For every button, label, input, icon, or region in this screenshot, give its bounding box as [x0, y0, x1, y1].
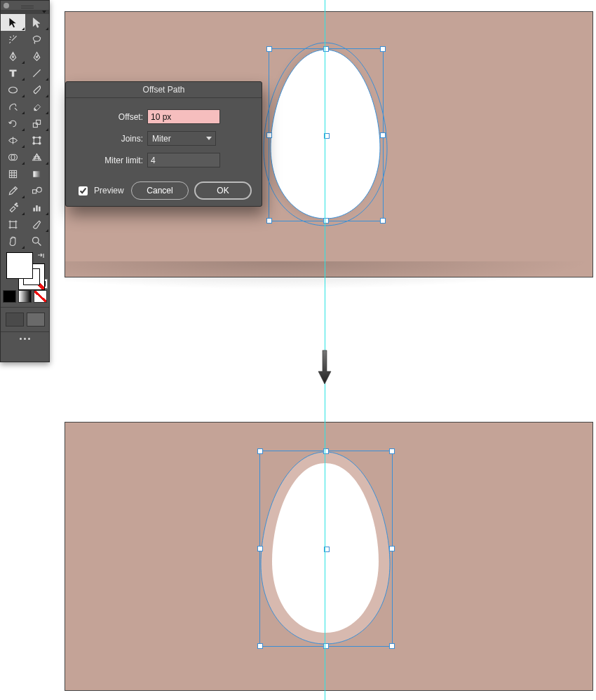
- svg-rect-15: [34, 171, 41, 177]
- magic-wand-tool[interactable]: [1, 31, 25, 48]
- selection-tool[interactable]: [1, 14, 25, 31]
- artboard-tool[interactable]: [1, 216, 25, 233]
- rotate-tool[interactable]: [1, 115, 25, 132]
- shape-builder-tool[interactable]: [1, 149, 25, 165]
- tool-grid: [1, 14, 49, 249]
- svg-rect-16: [33, 189, 36, 193]
- paintbrush-tool[interactable]: [25, 81, 50, 98]
- bbox-handle[interactable]: [389, 546, 395, 551]
- eraser-tool[interactable]: [25, 98, 50, 115]
- cancel-button[interactable]: Cancel: [131, 181, 189, 200]
- color-mode-solid[interactable]: [3, 290, 16, 303]
- column-graph-tool[interactable]: [25, 199, 50, 216]
- bbox-handle[interactable]: [389, 643, 395, 649]
- type-tool[interactable]: [1, 64, 25, 81]
- pen-tool[interactable]: [1, 48, 25, 64]
- free-transform-tool[interactable]: [25, 132, 50, 149]
- offset-path-dialog[interactable]: Offset Path Offset: Joins: Miter Miter l…: [65, 81, 262, 207]
- bbox-handle[interactable]: [389, 448, 395, 454]
- separator: [1, 307, 49, 308]
- rectangle-tool[interactable]: [1, 81, 25, 98]
- draw-mode-row: [1, 312, 49, 327]
- miter-limit-label: Miter limit:: [76, 156, 147, 165]
- stage: Offset Path Offset: Joins: Miter Miter l…: [0, 0, 596, 700]
- svg-rect-14: [9, 170, 16, 177]
- close-icon[interactable]: [4, 3, 9, 8]
- curvature-tool[interactable]: [25, 48, 50, 64]
- preview-text: Preview: [94, 186, 124, 195]
- tools-panel[interactable]: [0, 0, 50, 362]
- svg-point-3: [8, 87, 17, 93]
- svg-point-9: [39, 136, 41, 138]
- bbox-handle[interactable]: [257, 546, 263, 551]
- dialog-body: Offset: Joins: Miter Miter limit:: [66, 98, 262, 181]
- bbox-handle[interactable]: [266, 218, 272, 224]
- artboard-after[interactable]: [65, 422, 593, 691]
- bbox-handle[interactable]: [380, 132, 386, 138]
- panel-header[interactable]: [1, 1, 49, 10]
- joins-label: Joins:: [76, 134, 147, 144]
- draw-behind-mode[interactable]: [27, 313, 45, 327]
- offset-label: Offset:: [76, 112, 147, 122]
- arrow-down-icon: [317, 349, 332, 385]
- width-tool[interactable]: [1, 132, 25, 149]
- blend-tool[interactable]: [25, 182, 50, 199]
- bbox-handle[interactable]: [266, 132, 272, 138]
- svg-rect-21: [34, 207, 36, 211]
- bbox-handle[interactable]: [380, 218, 386, 224]
- direct-selection-tool[interactable]: [25, 14, 50, 31]
- symbol-sprayer-tool[interactable]: [1, 199, 25, 216]
- color-mode-row: [3, 290, 47, 303]
- svg-point-10: [33, 142, 35, 144]
- slice-tool[interactable]: [25, 216, 50, 233]
- bbox-handle[interactable]: [257, 448, 263, 454]
- selection-bounding-box[interactable]: [259, 451, 393, 647]
- preview-checkbox[interactable]: [79, 186, 88, 195]
- gradient-tool[interactable]: [25, 165, 50, 182]
- svg-rect-23: [39, 206, 41, 211]
- svg-rect-5: [36, 120, 41, 124]
- fill-stroke-swatches[interactable]: [3, 251, 47, 290]
- joins-select[interactable]: Miter: [147, 131, 216, 146]
- svg-rect-4: [34, 123, 38, 127]
- separator: [1, 331, 49, 332]
- hand-tool[interactable]: [1, 233, 25, 249]
- svg-point-19: [16, 205, 18, 207]
- svg-rect-22: [36, 205, 38, 212]
- mesh-tool[interactable]: [1, 165, 25, 182]
- svg-line-26: [38, 242, 41, 245]
- joins-select-wrap[interactable]: Miter: [147, 131, 216, 146]
- dialog-footer: Preview Cancel OK: [66, 181, 262, 208]
- preview-checkbox-label[interactable]: Preview: [76, 184, 124, 198]
- color-mode-gradient[interactable]: [18, 290, 32, 303]
- svg-line-2: [34, 69, 41, 76]
- eyedropper-tool[interactable]: [1, 182, 25, 199]
- svg-point-17: [37, 187, 42, 192]
- svg-point-11: [39, 142, 41, 144]
- selection-bounding-box[interactable]: [269, 48, 384, 221]
- perspective-grid-tool[interactable]: [25, 149, 50, 165]
- svg-point-1: [36, 56, 38, 57]
- svg-point-20: [16, 203, 18, 204]
- scale-tool[interactable]: [25, 115, 50, 132]
- shaper-tool[interactable]: [1, 98, 25, 115]
- offset-input[interactable]: [147, 109, 220, 124]
- fill-swatch[interactable]: [6, 252, 33, 279]
- edit-toolbar-button[interactable]: [1, 338, 49, 340]
- svg-point-25: [33, 237, 39, 243]
- bbox-handle[interactable]: [380, 46, 386, 52]
- zoom-tool[interactable]: [25, 233, 50, 249]
- svg-rect-24: [10, 221, 16, 228]
- dialog-title[interactable]: Offset Path: [66, 82, 262, 98]
- svg-point-8: [33, 136, 35, 138]
- ok-button[interactable]: OK: [194, 181, 252, 200]
- bbox-handle[interactable]: [257, 643, 263, 649]
- swap-fill-stroke-icon[interactable]: [36, 252, 45, 261]
- color-mode-none[interactable]: [34, 290, 47, 303]
- lasso-tool[interactable]: [25, 31, 50, 48]
- draw-normal-mode[interactable]: [6, 313, 24, 327]
- line-segment-tool[interactable]: [25, 64, 50, 81]
- miter-limit-input[interactable]: [147, 153, 220, 167]
- bbox-handle[interactable]: [266, 46, 272, 52]
- svg-point-0: [12, 56, 13, 57]
